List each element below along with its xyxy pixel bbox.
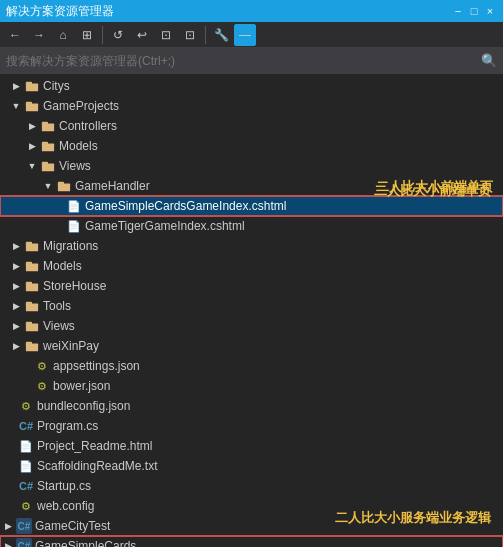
svg-rect-13: [26, 242, 32, 245]
svg-rect-17: [26, 282, 32, 285]
tree-item-bower[interactable]: ⚙ bower.json: [0, 376, 503, 396]
webconfig-label: web.config: [37, 499, 94, 513]
folder-icon-gamehandler: [56, 178, 72, 194]
tree-item-models-gp[interactable]: ▶ Models: [0, 136, 503, 156]
filter-button[interactable]: ⊡: [179, 24, 201, 46]
separator-1: [102, 26, 103, 44]
tree-item-gamesimplecards[interactable]: ▶ C# GameSimpleCards: [0, 536, 503, 547]
folder-icon-models: [24, 258, 40, 274]
expand-tools[interactable]: ▶: [8, 301, 24, 311]
tree-item-bundleconfig[interactable]: ⚙ bundleconfig.json: [0, 396, 503, 416]
expand-gamesimplecards[interactable]: ▶: [0, 541, 16, 547]
svg-rect-1: [26, 82, 32, 85]
svg-rect-9: [42, 162, 48, 165]
close-button[interactable]: ×: [483, 4, 497, 18]
cshtml-icon-gametiger: 📄: [66, 218, 82, 234]
svg-rect-10: [58, 183, 70, 191]
cshtml-icon-gamesimple: 📄: [66, 198, 82, 214]
weixin-label: weiXinPay: [43, 339, 99, 353]
tree-item-migrations[interactable]: ▶ Migrations: [0, 236, 503, 256]
json-icon-webconfig: ⚙: [18, 498, 34, 514]
tree-container[interactable]: ▶ Citys ▼ GameProjects ▶ Controllers: [0, 74, 503, 547]
expand-views2[interactable]: ▶: [8, 321, 24, 331]
expand-migrations[interactable]: ▶: [8, 241, 24, 251]
tree-item-gamesimple[interactable]: 📄 GameSimpleCardsGameIndex.cshtml: [0, 196, 503, 216]
storehouse-label: StoreHouse: [43, 279, 106, 293]
program-label: Program.cs: [37, 419, 98, 433]
tree-item-models[interactable]: ▶ Models: [0, 256, 503, 276]
folder-icon-weixin: [24, 338, 40, 354]
folder-icon-gameprojects: [24, 98, 40, 114]
expand-gamecitytest[interactable]: ▶: [0, 521, 16, 531]
tree-item-program[interactable]: C# Program.cs: [0, 416, 503, 436]
expand-weixin[interactable]: ▶: [8, 341, 24, 351]
svg-rect-4: [42, 123, 54, 131]
svg-rect-12: [26, 243, 38, 251]
gamehandler-label: GameHandler: [75, 179, 150, 193]
grid-button[interactable]: ⊞: [76, 24, 98, 46]
tree-item-gameprojects[interactable]: ▼ GameProjects: [0, 96, 503, 116]
back-button[interactable]: ←: [4, 24, 26, 46]
folder-icon-citys: [24, 78, 40, 94]
tree-item-storehouse[interactable]: ▶ StoreHouse: [0, 276, 503, 296]
tree-item-gamecitytest[interactable]: ▶ C# GameCityTest: [0, 516, 503, 536]
readme-label: Project_Readme.html: [37, 439, 152, 453]
bundleconfig-label: bundleconfig.json: [37, 399, 130, 413]
undo-button[interactable]: ↩: [131, 24, 153, 46]
tree-item-controllers[interactable]: ▶ Controllers: [0, 116, 503, 136]
expand-controllers[interactable]: ▶: [24, 121, 40, 131]
json-icon-appsettings: ⚙: [34, 358, 50, 374]
settings-button[interactable]: 🔧: [210, 24, 232, 46]
svg-rect-18: [26, 303, 38, 311]
tree-item-views2[interactable]: ▶ Views: [0, 316, 503, 336]
migrations-label: Migrations: [43, 239, 98, 253]
svg-rect-0: [26, 83, 38, 91]
controllers-label: Controllers: [59, 119, 117, 133]
maximize-button[interactable]: □: [467, 4, 481, 18]
search-input[interactable]: [6, 54, 477, 68]
expand-gameprojects[interactable]: ▼: [8, 101, 24, 111]
tree-item-readme[interactable]: 📄 Project_Readme.html: [0, 436, 503, 456]
expand-models-gp[interactable]: ▶: [24, 141, 40, 151]
tools-label: Tools: [43, 299, 71, 313]
models-gp-label: Models: [59, 139, 98, 153]
cs-icon-startup: C#: [18, 478, 34, 494]
svg-rect-23: [26, 342, 32, 345]
bower-label: bower.json: [53, 379, 110, 393]
tree-item-scaffolding[interactable]: 📄 ScaffoldingReadMe.txt: [0, 456, 503, 476]
svg-rect-21: [26, 322, 32, 325]
expand-models[interactable]: ▶: [8, 261, 24, 271]
tree-item-citys[interactable]: ▶ Citys: [0, 76, 503, 96]
expand-views[interactable]: ▼: [24, 161, 40, 171]
expand-storehouse[interactable]: ▶: [8, 281, 24, 291]
forward-button[interactable]: →: [28, 24, 50, 46]
pin-button[interactable]: —: [234, 24, 256, 46]
tree-item-views[interactable]: ▼ Views: [0, 156, 503, 176]
folder-icon-migrations: [24, 238, 40, 254]
folder-icon-views2: [24, 318, 40, 334]
folder-icon-tools: [24, 298, 40, 314]
expand-citys[interactable]: ▶: [8, 81, 24, 91]
svg-rect-11: [58, 182, 64, 185]
folder-icon-views: [40, 158, 56, 174]
gamesimple-label: GameSimpleCardsGameIndex.cshtml: [85, 199, 286, 213]
minimize-button[interactable]: −: [451, 4, 465, 18]
tree-item-gametiger[interactable]: 📄 GameTigerGameIndex.cshtml: [0, 216, 503, 236]
svg-rect-15: [26, 262, 32, 265]
folder-icon-models-gp: [40, 138, 56, 154]
tree-item-tools[interactable]: ▶ Tools: [0, 296, 503, 316]
svg-rect-19: [26, 302, 32, 305]
expand-gamehandler[interactable]: ▼: [40, 181, 56, 191]
tree-item-gamehandler[interactable]: ▼ GameHandler: [0, 176, 503, 196]
svg-rect-20: [26, 323, 38, 331]
tree-item-appsettings[interactable]: ⚙ appsettings.json: [0, 356, 503, 376]
models-label: Models: [43, 259, 82, 273]
citys-label: Citys: [43, 79, 70, 93]
tree-item-weixin[interactable]: ▶ weiXinPay: [0, 336, 503, 356]
tree-item-webconfig[interactable]: ⚙ web.config: [0, 496, 503, 516]
refresh-button[interactable]: ↺: [107, 24, 129, 46]
tree-item-startup[interactable]: C# Startup.cs: [0, 476, 503, 496]
view-button[interactable]: ⊡: [155, 24, 177, 46]
home-button[interactable]: ⌂: [52, 24, 74, 46]
svg-rect-8: [42, 163, 54, 171]
